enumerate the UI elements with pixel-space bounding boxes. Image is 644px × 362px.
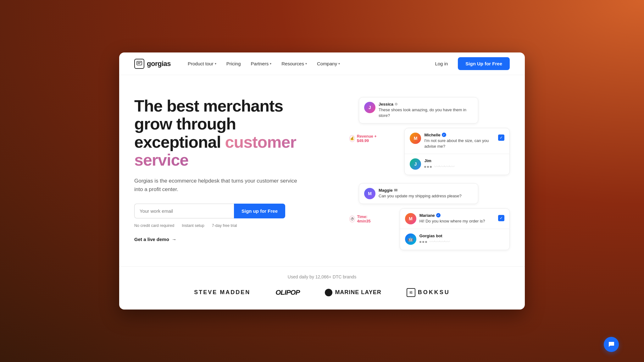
hero-left: The best merchants grow through exceptio… [134,94,346,242]
brands-row: STEVE MADDEN OLIPOP Marine Layer 箱 BOKKS… [134,288,510,297]
arrow-right-icon: → [172,237,176,242]
chat-message-bot: 🤖 Gorgias bot 〰〰〰〰 [405,233,504,245]
marine-layer-icon [325,289,332,296]
nav-partners[interactable]: Partners ▾ [247,58,276,69]
chat-message-jim: J Jim 〰〰〰〰 [410,158,504,170]
typing-wave-icon: 〰〰〰〰 [434,164,454,170]
bokksu-icon: 箱 [407,288,415,297]
chat-message-jessica: J Jessica ⊙ These shoes look amazing, do… [364,102,473,118]
chat-widget-button[interactable] [604,337,619,352]
jessica-text: These shoes look amazing, do you have th… [379,107,473,118]
chat-message-mariane: M Mariane ✓ Hi! Do you know where my ord… [405,213,504,224]
avatar-mariane: M [405,213,416,224]
verified-icon: ✓ [442,133,446,137]
revenue-tag: Revenue + $49.99 [357,134,383,143]
typing-wave-icon-2: 〰〰〰〰 [429,239,449,245]
nav-links: Product tour ▾ Pricing Partners ▾ Resour… [183,58,430,69]
maggie-name: Maggie [379,188,393,193]
avatar-maggie: M [364,188,375,199]
hero-section: The best merchants grow through exceptio… [119,75,525,266]
svg-rect-0 [137,61,142,65]
jim-name: Jim [424,158,504,163]
bokksu-text: BOKKSU [418,289,450,296]
email-input[interactable] [134,204,234,218]
hint-no-cc: No credit card required [134,223,174,228]
bot-name: Gorgias bot [419,233,504,238]
brand-steve-madden: STEVE MADDEN [194,289,250,296]
hero-subtitle: Gorgias is the ecommerce helpdesk that t… [134,177,298,194]
nav-company[interactable]: Company ▾ [313,58,344,69]
michelle-name: Michelle [424,133,440,137]
logo[interactable]: gorgias [134,59,171,69]
chat-card-michelle-jim-row: 💰 Revenue + $49.99 M Michelle [359,128,510,179]
instagram-icon: ⊙ [395,102,397,106]
mariane-checkbox: ✓ [498,215,504,221]
chat-card-mariane-bot-row: ⏱ Time: 4min35 M Mariane [359,208,510,254]
nav-product-tour[interactable]: Product tour ▾ [183,58,221,69]
marine-layer-text: Marine Layer [335,289,381,296]
nav-resources[interactable]: Resources ▾ [277,58,311,69]
form-signup-button[interactable]: Sign up for Free [234,204,285,218]
brand-marine-layer: Marine Layer [325,289,381,296]
avatar-gorgias-bot: 🤖 [405,233,416,245]
jessica-name: Jessica [379,102,393,107]
demo-link[interactable]: Get a live demo → [134,237,346,242]
hero-right: J Jessica ⊙ These shoes look amazing, do… [359,94,510,254]
hint-instant-setup: Instant setup [182,223,204,228]
time-tag: Time: 4min35 [357,215,377,223]
chat-card-maggie: M Maggie ✉ Can you update my shipping ad… [359,183,478,204]
chevron-down-icon: ▾ [270,62,271,65]
login-button[interactable]: Log in [430,58,453,69]
logo-text: gorgias [147,60,171,68]
email-icon: ✉ [394,188,397,193]
chevron-down-icon: ▾ [215,62,216,65]
chat-card-jessica: J Jessica ⊙ These shoes look amazing, do… [359,97,478,123]
chat-message-michelle: M Michelle ✓ I'm not sure about the size… [410,133,504,149]
chat-message-maggie: M Maggie ✉ Can you update my shipping ad… [364,188,473,199]
bot-typing: 〰〰〰〰 [419,239,504,245]
brands-label: Used daily by 12,066+ DTC brands [134,274,510,279]
chevron-down-icon: ▾ [338,62,340,65]
mariane-name: Mariane [419,213,435,218]
chat-card-maggie-row: M Maggie ✉ Can you update my shipping ad… [359,183,510,204]
brand-bokksu: 箱 BOKKSU [407,288,450,297]
maggie-text: Can you update my shipping address pleas… [379,193,473,199]
brand-olipop: OLIPOP [275,288,300,297]
chat-card-mariane-bot: M Mariane ✓ Hi! Do you know where my ord… [400,208,510,250]
verified-icon-2: ✓ [436,213,441,217]
michelle-checkbox: ✓ [498,134,504,141]
nav-actions: Log in Sign Up for Free [430,57,510,70]
mariane-text: Hi! Do you know where my order is? [419,218,495,224]
avatar-jessica: J [364,102,375,113]
chat-card-michelle-jim: M Michelle ✓ I'm not sure about the size… [404,128,510,175]
brands-section: Used daily by 12,066+ DTC brands STEVE M… [119,266,525,310]
hint-free-trial: 7-day free trial [212,223,237,228]
signup-button[interactable]: Sign Up for Free [458,57,510,70]
nav-pricing[interactable]: Pricing [222,58,245,69]
chat-cards-container: J Jessica ⊙ These shoes look amazing, do… [359,97,510,254]
logo-icon [134,59,144,69]
michelle-text: I'm not sure about the size, can you adv… [424,138,495,149]
form-hints: No credit card required Instant setup 7-… [134,223,346,228]
chat-card-jessica-row: J Jessica ⊙ These shoes look amazing, do… [359,97,510,123]
avatar-jim: J [410,158,421,170]
chevron-down-icon: ▾ [305,62,307,65]
jim-typing: 〰〰〰〰 [424,164,504,170]
hero-title: The best merchants grow through exceptio… [134,97,346,169]
avatar-michelle: M [410,133,421,144]
email-form: Sign up for Free [134,204,285,218]
